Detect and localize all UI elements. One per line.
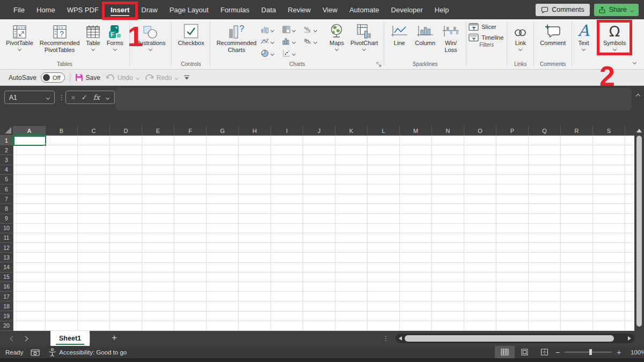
illustrations-button[interactable]: Illustrations: [133, 22, 169, 51]
timeline-button[interactable]: Timeline: [469, 33, 503, 42]
row-header-17[interactable]: 17: [0, 292, 13, 301]
formula-bar-expand-chevron[interactable]: [636, 94, 640, 98]
checkbox-button[interactable]: Checkbox: [174, 22, 207, 47]
ribbon-collapse-chevron[interactable]: [633, 56, 636, 66]
text-button[interactable]: A Text: [575, 22, 592, 51]
row-header-12[interactable]: 12: [0, 243, 13, 253]
menu-tab-draw[interactable]: Draw: [135, 0, 163, 19]
sheet-nav-right-chevron[interactable]: [24, 336, 28, 341]
link-button[interactable]: Link: [510, 22, 531, 51]
insert-pie-chart-button[interactable]: [261, 49, 282, 57]
row-header-6[interactable]: 6: [0, 184, 13, 194]
column-header-O[interactable]: O: [464, 126, 496, 135]
insert-line-chart-button[interactable]: [261, 38, 282, 45]
row-header-20[interactable]: 20: [0, 321, 13, 331]
formula-input[interactable]: [115, 88, 632, 110]
comments-button[interactable]: Comments: [536, 4, 589, 16]
column-header-A[interactable]: A: [13, 126, 46, 135]
pivotchart-button[interactable]: PivotChart: [347, 22, 381, 51]
menu-tab-insert[interactable]: Insert: [105, 0, 135, 19]
row-header-5[interactable]: 5: [0, 175, 13, 184]
add-sheet-button[interactable]: +: [112, 333, 117, 344]
column-header-L[interactable]: L: [368, 126, 400, 135]
save-button[interactable]: Save: [75, 73, 100, 82]
column-header-P[interactable]: P: [496, 126, 529, 135]
slicer-button[interactable]: Slicer: [469, 23, 503, 31]
forms-button[interactable]: F Forms: [104, 22, 127, 51]
column-header-C[interactable]: C: [78, 126, 110, 135]
redo-button[interactable]: Redo: [145, 74, 179, 82]
table-button[interactable]: Table: [83, 22, 103, 51]
horizontal-scrollbar-thumb[interactable]: [405, 335, 614, 342]
row-header-1[interactable]: 1: [0, 136, 13, 145]
zoom-slider[interactable]: [565, 352, 612, 352]
column-header-M[interactable]: M: [400, 126, 432, 135]
menu-tab-developer[interactable]: Developer: [385, 0, 429, 19]
menu-tab-file[interactable]: File: [8, 0, 31, 19]
tab-splitter-handle[interactable]: ⋮: [383, 335, 396, 342]
menu-tab-automate[interactable]: Automate: [343, 0, 385, 19]
autosave-toggle[interactable]: Off: [41, 72, 64, 83]
insert-combo-chart-button[interactable]: [304, 38, 325, 45]
page-layout-view-button[interactable]: [515, 346, 535, 358]
zoom-out-button[interactable]: −: [555, 348, 560, 357]
column-header-I[interactable]: I: [271, 126, 303, 135]
row-header-7[interactable]: 7: [0, 194, 13, 204]
row-header-16[interactable]: 16: [0, 282, 13, 292]
insert-waterfall-chart-button[interactable]: [304, 26, 325, 33]
row-header-8[interactable]: 8: [0, 204, 13, 213]
row-header-18[interactable]: 18: [0, 301, 13, 311]
share-button[interactable]: Share: [594, 4, 639, 16]
recommended-pivottables-button[interactable]: ? Recommended PivotTables: [36, 22, 83, 54]
pivottable-button[interactable]: PivotTable: [3, 22, 36, 51]
row-header-13[interactable]: 13: [0, 253, 13, 262]
vertical-scrollbar[interactable]: [634, 126, 644, 331]
normal-view-button[interactable]: [495, 346, 515, 358]
qat-customize-button[interactable]: [184, 75, 190, 80]
column-header-R[interactable]: R: [561, 126, 593, 135]
recommended-charts-button[interactable]: ? Recommended Charts: [213, 22, 260, 54]
insert-function-icon[interactable]: fx: [93, 93, 100, 101]
menu-tab-review[interactable]: Review: [282, 0, 317, 19]
comment-button[interactable]: Comment: [537, 22, 569, 47]
maps-button[interactable]: Maps: [326, 22, 347, 51]
sheet-nav-left-chevron[interactable]: [10, 336, 14, 341]
zoom-in-button[interactable]: +: [617, 348, 621, 357]
charts-dialog-launcher-icon[interactable]: [376, 62, 382, 67]
row-header-10[interactable]: 10: [0, 224, 13, 233]
undo-button[interactable]: Undo: [106, 74, 140, 82]
enter-icon[interactable]: ✓: [82, 93, 87, 101]
menu-tab-home[interactable]: Home: [31, 0, 61, 19]
scroll-left-arrow-icon[interactable]: [399, 336, 402, 341]
row-header-19[interactable]: 19: [0, 311, 13, 321]
column-header-Q[interactable]: Q: [529, 126, 561, 135]
sheet-tab-sheet1[interactable]: Sheet1: [50, 331, 90, 346]
menu-tab-view[interactable]: View: [317, 0, 343, 19]
sparkline-column-button[interactable]: Column: [412, 22, 438, 47]
column-header-G[interactable]: G: [207, 126, 239, 135]
row-header-3[interactable]: 3: [0, 155, 13, 165]
insert-statistic-chart-button[interactable]: [282, 38, 304, 45]
column-header-E[interactable]: E: [142, 126, 174, 135]
column-header-J[interactable]: J: [303, 126, 335, 135]
menu-tab-help[interactable]: Help: [429, 0, 455, 19]
row-header-15[interactable]: 15: [0, 272, 13, 282]
insert-column-chart-button[interactable]: [261, 26, 282, 33]
row-header-9[interactable]: 9: [0, 214, 13, 224]
macro-record-button[interactable]: [31, 349, 40, 356]
name-box[interactable]: A1: [4, 91, 55, 104]
horizontal-scrollbar[interactable]: [396, 334, 634, 343]
select-all-corner[interactable]: [0, 126, 13, 136]
column-header-D[interactable]: D: [110, 126, 142, 135]
fill-handle[interactable]: [44, 144, 47, 146]
column-header-F[interactable]: F: [174, 126, 207, 135]
column-header-H[interactable]: H: [239, 126, 271, 135]
sparkline-line-button[interactable]: Line: [387, 22, 412, 47]
menu-tab-page-layout[interactable]: Page Layout: [164, 0, 215, 19]
row-header-14[interactable]: 14: [0, 262, 13, 272]
insert-hierarchy-chart-button[interactable]: [282, 26, 304, 33]
row-header-2[interactable]: 2: [0, 145, 13, 155]
row-header-4[interactable]: 4: [0, 165, 13, 175]
menu-tab-data[interactable]: Data: [255, 0, 282, 19]
spreadsheet-cells[interactable]: [13, 136, 634, 331]
